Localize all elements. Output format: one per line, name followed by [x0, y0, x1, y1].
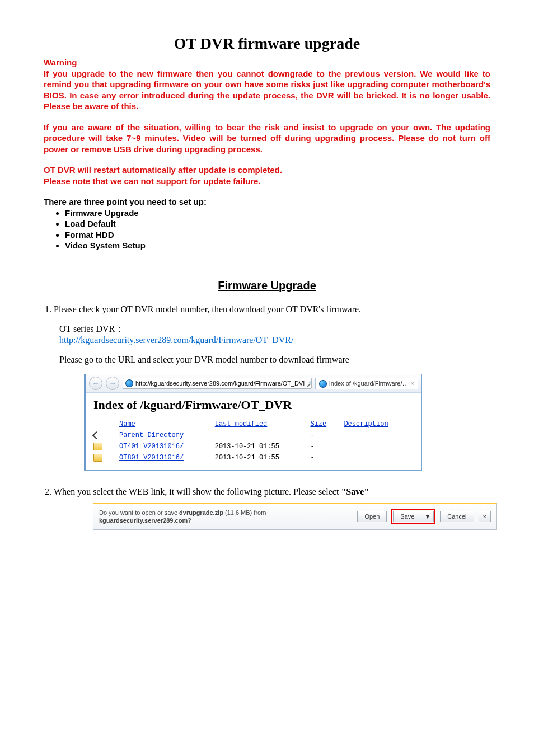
warning-paragraph-3a: OT DVR will restart automatically after … — [44, 165, 490, 176]
directory-heading: Index of /kguard/Firmware/OT_DVR — [93, 397, 414, 414]
cell-modified — [215, 430, 311, 442]
open-button[interactable]: Open — [357, 511, 387, 522]
folder-icon — [93, 454, 102, 462]
directory-link[interactable]: OT401 V20131016/ — [119, 443, 184, 450]
setup-list: Firmware Upgrade Load Default Format HDD… — [44, 208, 490, 251]
cell-size: - — [310, 453, 344, 464]
save-highlight: Save ▼ — [391, 509, 435, 524]
save-button[interactable]: Save — [393, 511, 421, 522]
section-heading: Firmware Upgrade — [44, 278, 490, 293]
col-name[interactable]: Name — [119, 419, 215, 430]
list-item: Format HDD — [65, 229, 490, 241]
step-1-note: Please go to the URL and select your DVR… — [59, 354, 490, 366]
setup-heading: There are three point you need to set up… — [44, 196, 490, 208]
warning-label: Warning — [44, 57, 490, 68]
nav-back-button[interactable]: ← — [89, 377, 102, 390]
tab-close-icon[interactable]: × — [411, 379, 414, 387]
address-bar[interactable]: http://kguardsecurity.server289.com/kgua… — [123, 378, 312, 389]
ie-icon — [125, 379, 133, 387]
cell-modified: 2013-10-21 01:55 — [215, 442, 311, 453]
col-description[interactable]: Description — [344, 419, 414, 430]
warning-paragraph-1: If you upgrade to the new firmware then … — [44, 68, 490, 112]
firmware-url-link[interactable]: http://kguardsecurity.server289.com/kgua… — [59, 335, 293, 345]
series-label: OT series DVR： — [59, 324, 124, 334]
cell-size: - — [310, 442, 344, 453]
cell-desc — [344, 453, 414, 464]
nav-forward-button[interactable]: → — [106, 377, 119, 390]
step-2-text: When you select the WEB link, it will sh… — [54, 487, 341, 496]
download-message: Do you want to open or save dvrupgrade.z… — [99, 509, 353, 525]
step-2: When you select the WEB link, it will sh… — [54, 486, 490, 529]
ie-icon — [319, 380, 327, 388]
download-bar: Do you want to open or save dvrupgrade.z… — [93, 503, 497, 530]
table-row: OT401 V20131016/ 2013-10-21 01:55 - — [93, 442, 414, 453]
table-row: OT801 V20131016/ 2013-10-21 01:55 - — [93, 453, 414, 464]
parent-dir-icon — [92, 431, 100, 439]
page-title: OT DVR firmware upgrade — [44, 34, 490, 54]
cell-size: - — [310, 430, 344, 442]
step-1-text: Please check your OT DVR model number, t… — [54, 304, 361, 314]
close-button[interactable]: × — [479, 511, 491, 522]
list-item: Firmware Upgrade — [65, 208, 490, 219]
save-dropdown-button[interactable]: ▼ — [421, 511, 434, 522]
directory-link[interactable]: OT801 V20131016/ — [119, 454, 184, 462]
col-modified[interactable]: Last modified — [215, 419, 311, 430]
step-1: Please check your OT DVR model number, t… — [54, 304, 490, 471]
cancel-button[interactable]: Cancel — [440, 511, 474, 522]
folder-icon — [93, 443, 102, 450]
list-item: Load Default — [65, 218, 490, 229]
warning-paragraph-3b: Please note that we can not support for … — [44, 176, 490, 187]
browser-window: ← → http://kguardsecurity.server289.com/… — [84, 374, 422, 471]
tab-title: Index of /kguard/Firmware/… — [329, 379, 409, 387]
address-text: http://kguardsecurity.server289.com/kgua… — [135, 379, 305, 387]
list-item: Video System Setup — [65, 240, 490, 251]
col-size[interactable]: Size — [310, 419, 344, 430]
parent-directory-link[interactable]: Parent Directory — [119, 431, 184, 439]
search-icon[interactable]: 🔎 — [307, 379, 311, 387]
cell-desc — [344, 430, 414, 442]
warning-paragraph-2: If you are aware of the situation, willi… — [44, 122, 490, 155]
directory-listing: Name Last modified Size Description Pare… — [93, 419, 414, 464]
table-row: Parent Directory - — [93, 430, 414, 442]
cell-desc — [344, 442, 414, 453]
browser-tab[interactable]: Index of /kguard/Firmware/… × — [315, 378, 418, 388]
cell-modified: 2013-10-21 01:55 — [215, 453, 311, 464]
step-2-save-word: "Save" — [341, 487, 369, 496]
